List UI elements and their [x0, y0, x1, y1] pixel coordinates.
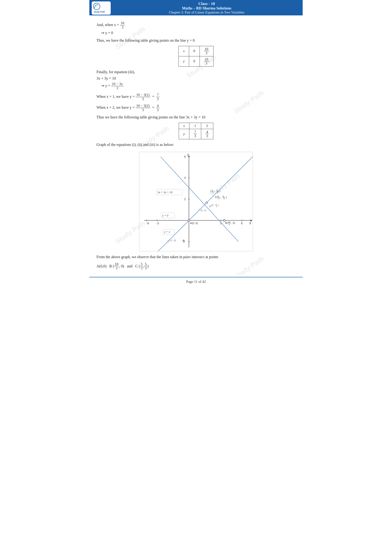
frac-4-3-t2: 4 3 [205, 130, 209, 138]
table1-r2c3: 10 3 [200, 56, 213, 66]
svg-text:, 0): , 0) [231, 222, 235, 224]
table1-r2c1: y [179, 56, 189, 66]
logo: Study Path [92, 1, 111, 15]
frac-5-3-c-x: 5 3 [140, 262, 143, 270]
table1-r1c3: 10 3 [200, 46, 213, 56]
point-B [223, 220, 225, 222]
svg-text:-4: -4 [182, 239, 184, 242]
graph-container: -3 3 6 9 6 4 2 -2 [97, 152, 295, 251]
table2: x 1 2 y 7 3 4 3 [179, 123, 213, 139]
fraction-10-3-line1: 10 3 [120, 21, 125, 29]
svg-text:3: 3 [223, 197, 224, 200]
frac-10-3-b: 10 3 [114, 262, 119, 270]
svg-text:3x + 3y = 10: 3x + 3y = 10 [157, 191, 173, 194]
line-and-when-x: And, when x = 10 3 [97, 21, 295, 29]
svg-text:,: , [221, 196, 222, 199]
svg-text:y = x: y = x [164, 230, 170, 234]
svg-text:A(0, 0): A(0, 0) [190, 222, 198, 225]
header-subject: Maths – RD Sharma Solutions [111, 6, 303, 10]
line-graph-heading: Graph of the equations (i), (ii) and (ii… [97, 142, 295, 148]
table2-r1c3: 2 [201, 123, 213, 129]
when-x1-prefix: When x = 1, we have y = [97, 95, 136, 98]
line-when-x2: When x = 2, we have y = 10 − 3(2) 3 = 4 … [97, 104, 295, 112]
page-content: Study Path Study Path Study Path Study P… [89, 15, 303, 275]
table1-r2c2: 0 [189, 56, 200, 66]
bottom-comma-0: , 0) [119, 263, 124, 269]
bottom-paren-close-c: ) [147, 263, 149, 269]
table2-r1c2: 1 [189, 123, 201, 129]
svg-text:Study Path: Study Path [94, 11, 105, 13]
svg-text:B(: B( [225, 222, 228, 224]
svg-text:y = 0: y = 0 [162, 214, 168, 217]
frac-7-3-t2: 7 3 [194, 130, 197, 138]
svg-text:6: 6 [241, 222, 243, 225]
bottom-and-text: and C [125, 263, 138, 269]
frac-10-3-t1-y: 10 3 [204, 57, 209, 65]
frac-4-over-3: 4 3 [156, 104, 160, 112]
line-y-equals-0: ⇒ y = 0 [101, 31, 295, 35]
line-thus-table1: Thus, we have the following table giving… [97, 37, 295, 44]
frac-10-3x-over-3: 10 − 3x 3 [111, 82, 124, 90]
svg-text:(2,: (2, [211, 204, 214, 206]
svg-text:(: ( [210, 190, 211, 193]
when-x2-prefix: When x = 2, we have y = [97, 105, 136, 110]
line-when-x1: When x = 1, we have y = 10 − 3(1) 3 = 7 … [97, 93, 295, 101]
main-content: And, when x = 10 3 ⇒ y = 0 Thus, we have… [89, 15, 303, 275]
table1-r1c1: x [179, 46, 189, 56]
svg-text:9: 9 [249, 222, 251, 225]
point-2-4-3 [210, 206, 211, 207]
line-y-formula-prefix: ⇒ y = [101, 84, 111, 88]
frac-7-over-3: 7 3 [156, 93, 160, 101]
svg-text:3: 3 [216, 205, 217, 208]
frac-10-3(2)-over-3: 10 − 3(2) 3 [136, 104, 150, 112]
line-y-formula: ⇒ y = 10 − 3x 3 [101, 82, 295, 90]
equals-sign-2: = [151, 105, 155, 110]
svg-rect-3 [139, 152, 253, 251]
svg-text:3: 3 [217, 192, 218, 194]
bottom-a-text: A(0,0) B [97, 263, 112, 269]
coordinate-graph: -3 3 6 9 6 4 2 -2 [139, 152, 253, 251]
svg-text:,: , [215, 190, 216, 193]
header: Study Path Class - 10 Maths – RD Sharma … [89, 0, 303, 15]
line-3x-3y: 3x + 3y = 10 [97, 76, 295, 81]
footer: Page 11 of 42 [89, 277, 303, 285]
point-A [188, 220, 190, 222]
table2-r2c3: 4 3 [201, 129, 213, 139]
table2-r1c1: x [179, 123, 189, 129]
page-label: Page 11 of 42 [186, 280, 206, 284]
svg-text:3: 3 [218, 197, 220, 200]
svg-text:C(: C( [215, 196, 218, 199]
table1-r1c2: 0 [189, 46, 200, 56]
svg-text:(1, 1): (1, 1) [201, 209, 206, 212]
svg-text:): ) [220, 190, 221, 193]
frac-10-3-t1: 10 3 [204, 47, 209, 55]
equals-sign-1: = [151, 95, 155, 98]
svg-text:-3: -3 [156, 222, 159, 225]
bottom-text-1: From the above graph, we observe that th… [97, 254, 295, 260]
svg-text:3: 3 [229, 223, 230, 225]
point-minus2-minus2 [167, 241, 168, 242]
fraction-denominator: 3 [121, 25, 124, 29]
point-C [206, 202, 208, 204]
point-1-1 [199, 209, 200, 211]
line-thus-table2: Thus we have the following table giving … [97, 114, 295, 120]
bottom-text-2: A(0,0) B ( 10 3 , 0) and C ( 5 3 , 5 [97, 262, 295, 270]
svg-text:): ) [226, 196, 227, 199]
table1: x 0 10 3 y 0 10 3 [178, 46, 213, 67]
table2-r2c1: y [179, 129, 189, 139]
frac-10-3(1)-over-3: 10 − 3(1) 3 [136, 93, 150, 101]
svg-text:): ) [218, 204, 219, 206]
line-and-when-x-text: And, when x = [97, 23, 120, 27]
header-class: Class - 10 [111, 1, 303, 6]
svg-text:(-2, -2): (-2, -2) [169, 239, 176, 242]
table2-r2c2: 7 3 [189, 129, 201, 139]
frac-5-3-c-y: 5 3 [144, 262, 147, 270]
svg-text:x: x [251, 219, 252, 222]
svg-text:3: 3 [212, 192, 214, 194]
header-chapter: Chapter 3: Pair of Linear Equations in T… [111, 10, 303, 14]
line-finally: Finally, for equation (iii), [97, 69, 295, 75]
fraction-numerator: 10 [120, 21, 125, 25]
svg-text:-6: -6 [147, 222, 149, 225]
